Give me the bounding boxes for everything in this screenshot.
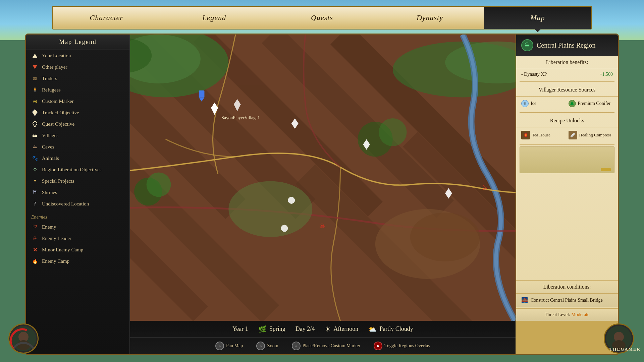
tab-quests[interactable]: Quests [268, 7, 376, 29]
legend-item-caves: ⛰ Caves [26, 141, 129, 153]
minor-enemy-camp-icon: ✕ [31, 246, 39, 253]
liberation-benefits-title: Liberation benefits: [516, 56, 618, 69]
legend-item-villages: 🏘 Villages [26, 130, 129, 141]
svg-point-32 [281, 225, 288, 232]
legend-item-region-liberation: ⊙ Region Liberation Objectives [26, 164, 129, 175]
weather-display: ⛅ Partly Cloudy [368, 325, 413, 333]
zoom-label: Zoom [267, 343, 278, 349]
dynasty-xp-label: - Dynasty XP [521, 72, 547, 77]
traders-icon: ⚖ [31, 75, 39, 82]
premium-conifer-icon: 🌲 [569, 100, 576, 107]
svg-text:SayonPlayerVillage1: SayonPlayerVillage1 [221, 115, 260, 120]
tea-house-icon: 🏮 [521, 131, 530, 139]
threat-label: Threat Level: [545, 312, 570, 317]
control-regions: R Toggle Regions Overlay [374, 342, 430, 350]
legend-item-special-projects: ✦ Special Projects [26, 175, 129, 187]
svg-point-20 [379, 118, 407, 146]
custom-marker-icon: ⊕ [31, 98, 39, 105]
liberation-conditions: 🌉 Construct Central Plains Small Bridge [516, 294, 618, 307]
legend-item-enemy: 🛡 Enemy [26, 221, 129, 233]
legend-item-your-location: Your Location [26, 50, 129, 61]
time-display: ☀ Afternoon [325, 325, 358, 333]
legend-item-other-player: Other player [26, 61, 129, 73]
liberation-conditions-title: Liberation conditions: [516, 281, 618, 294]
day-display: Day 2/4 [296, 325, 315, 333]
shrines-icon: ⛩ [31, 189, 39, 196]
svg-text:☠: ☠ [319, 223, 325, 230]
controls-bar: ○ Pan Map ○ Zoom ○ Place/Remove Custom M… [130, 338, 516, 354]
enemy-leader-icon: ☠ [31, 235, 39, 242]
svg-point-23 [410, 213, 480, 261]
svg-marker-1 [33, 121, 37, 127]
villages-icon: 🏘 [31, 132, 39, 139]
day-label: Day 2/4 [296, 325, 315, 333]
svg-point-31 [288, 197, 295, 204]
legend-item-custom-marker: ⊕ Custom Marker [26, 96, 129, 107]
zoom-button: ○ [256, 342, 265, 350]
top-navigation: Character Legend Quests Dynasty Map [52, 6, 592, 29]
region-icon: 🏛 [521, 39, 533, 51]
tab-dynasty[interactable]: Dynasty [376, 7, 484, 29]
region-title: Central Plains Region [537, 42, 596, 49]
tab-legend[interactable]: Legend [160, 7, 268, 29]
legend-item-refugees: 🧍 Refugees [26, 84, 129, 96]
legend-item-shrines: ⛩ Shrines [26, 187, 129, 198]
caves-icon: ⛰ [31, 143, 39, 150]
tab-map[interactable]: Map [484, 7, 591, 29]
weather-label: Partly Cloudy [379, 325, 413, 333]
threat-value: Moderate [571, 312, 589, 317]
legend-item-enemy-leader: ☠ Enemy Leader [26, 233, 129, 244]
legend-item-undiscovered: ? Undiscovered Location [26, 198, 129, 209]
info-panel: 🏛 Central Plains Region Liberation benef… [516, 35, 618, 321]
dynasty-xp-value: +1,500 [600, 72, 613, 77]
watermark: THEGAMER [609, 347, 641, 352]
legend-scroll[interactable]: Your Location Other player ⚖ Traders 🧍 R… [26, 50, 129, 353]
enemy-camp-icon: 🔥 [31, 257, 39, 265]
bottom-bar: Year 1 🌿 Spring Day 2/4 ☀ Afternoon ⛅ Pa… [130, 321, 516, 354]
year-label: Year 1 [232, 325, 248, 333]
divider-3 [520, 144, 614, 145]
location-icon [31, 52, 39, 59]
legend-item-tracked-objective: Tracked Objective [26, 107, 129, 118]
resource-ice: ❄ Ice [521, 100, 566, 107]
legend-item-minor-enemy-camp: ✕ Minor Enemy Camp [26, 244, 129, 255]
season-display: 🌿 Spring [258, 325, 285, 333]
dynasty-xp-row: - Dynasty XP +1,500 [516, 69, 618, 80]
healing-compress-icon: 🩹 [569, 131, 577, 139]
main-area: Map Legend Your Location Other player ⚖ … [25, 34, 619, 355]
special-projects-icon: ✦ [31, 177, 39, 185]
legend-item-traders: ⚖ Traders [26, 73, 129, 84]
threat-bar: Threat Level: Moderate [516, 308, 618, 321]
svg-rect-29 [199, 90, 205, 98]
legend-item-animals: 🐾 Animals [26, 153, 129, 164]
refugees-icon: 🧍 [31, 86, 39, 94]
animals-icon: 🐾 [31, 155, 39, 162]
legend-panel: Map Legend Your Location Other player ⚖ … [26, 35, 130, 354]
villager-resources-title: Villager Resource Sources [516, 83, 618, 97]
svg-point-21 [228, 181, 312, 237]
pan-button: ○ [215, 342, 224, 350]
other-player-icon [31, 63, 39, 71]
marker-button: ○ [292, 342, 301, 350]
map-area[interactable]: ☠ ⚔ SayonPlayerVillage1 [130, 35, 516, 321]
time-label: Afternoon [333, 325, 358, 333]
svg-point-18 [147, 172, 171, 197]
regions-label: Toggle Regions Overlay [384, 343, 430, 349]
region-liberation-icon: ⊙ [31, 166, 39, 173]
regions-button: R [374, 342, 382, 350]
svg-marker-0 [32, 109, 38, 116]
quest-objective-icon [31, 120, 39, 128]
divider-2 [520, 112, 614, 113]
cloud-icon: ⛅ [368, 325, 377, 333]
sun-icon: ☀ [325, 325, 331, 333]
marker-label: Place/Remove Custom Marker [303, 343, 361, 349]
recipe-tea-house: 🏮 Tea House [521, 131, 566, 139]
undiscovered-icon: ? [31, 200, 39, 207]
time-bar: Year 1 🌿 Spring Day 2/4 ☀ Afternoon ⛅ Pa… [130, 321, 516, 338]
control-marker: ○ Place/Remove Custom Marker [292, 342, 361, 350]
enemy-icon: 🛡 [31, 223, 39, 231]
recipe-unlocks-title: Recipe Unlocks [516, 114, 618, 127]
svg-text:⚔: ⚔ [482, 184, 488, 191]
tab-character[interactable]: Character [53, 7, 160, 29]
control-pan: ○ Pan Map [215, 342, 243, 350]
